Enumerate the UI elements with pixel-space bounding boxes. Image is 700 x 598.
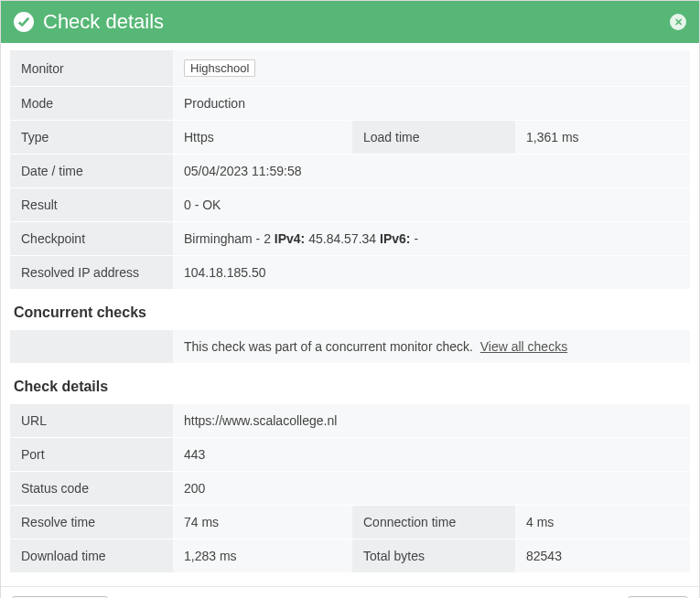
value-datetime: 05/04/2023 11:59:58 [173, 155, 690, 188]
label-bytes: Total bytes [352, 539, 515, 573]
value-checkpoint: Birmingham - 2 IPv4: 45.84.57.34 IPv6: - [173, 222, 690, 256]
view-all-checks-link[interactable]: View all checks [480, 339, 567, 354]
value-type: Https [173, 121, 352, 155]
row-checkpoint: Checkpoint Birmingham - 2 IPv4: 45.84.57… [10, 222, 690, 256]
details-heading: Check details [10, 371, 690, 404]
value-concurrent: This check was part of a concurrent moni… [173, 330, 690, 364]
close-icon[interactable]: ✕ [670, 14, 686, 30]
label-port: Port [10, 438, 173, 472]
label-type: Type [10, 121, 173, 155]
row-mode: Mode Production [10, 87, 690, 121]
row-download-bytes: Download time 1,283 ms Total bytes 82543 [10, 539, 690, 573]
ipv4-value: 45.84.57.34 [305, 231, 380, 246]
check-details-modal: Check details ✕ Monitor Highschool Mode … [0, 0, 700, 598]
label-datetime: Date / time [10, 155, 173, 188]
modal-header: Check details ✕ [1, 1, 699, 43]
value-url: https://www.scalacollege.nl [173, 404, 690, 438]
row-monitor: Monitor Highschool [10, 50, 690, 87]
row-url: URL https://www.scalacollege.nl [10, 404, 690, 438]
modal-title: Check details [43, 10, 164, 34]
row-status: Status code 200 [10, 472, 690, 506]
value-status: 200 [173, 472, 690, 506]
ipv4-label: IPv4: [275, 231, 305, 246]
label-download: Download time [10, 539, 173, 573]
details-grid: URL https://www.scalacollege.nl Port 443… [10, 404, 690, 573]
label-conn: Connection time [352, 506, 515, 539]
modal-header-left: Check details [14, 10, 164, 34]
success-check-icon [14, 12, 34, 32]
value-resolved: 104.18.185.50 [173, 256, 690, 290]
value-resolve: 74 ms [173, 506, 352, 539]
row-datetime: Date / time 05/04/2023 11:59:58 [10, 155, 690, 188]
checkpoint-prefix: Birmingham - 2 [184, 231, 275, 246]
row-port: Port 443 [10, 438, 690, 472]
value-port: 443 [173, 438, 690, 472]
label-mode: Mode [10, 87, 173, 121]
ipv6-value: - [411, 231, 419, 246]
value-result: 0 - OK [173, 188, 690, 222]
label-concurrent-empty [10, 330, 173, 364]
label-result: Result [10, 188, 173, 222]
label-loadtime: Load time [352, 121, 515, 155]
modal-body: Monitor Highschool Mode Production Type … [1, 43, 699, 586]
value-bytes: 82543 [515, 539, 690, 573]
label-status: Status code [10, 472, 173, 506]
value-monitor: Highschool [173, 50, 690, 87]
concurrent-heading: Concurrent checks [10, 297, 690, 330]
value-mode: Production [173, 87, 690, 121]
row-type: Type Https Load time 1,361 ms [10, 121, 690, 155]
label-url: URL [10, 404, 173, 438]
ipv6-label: IPv6: [380, 231, 410, 246]
value-download: 1,283 ms [173, 539, 352, 573]
row-concurrent: This check was part of a concurrent moni… [10, 330, 690, 364]
concurrent-grid: This check was part of a concurrent moni… [10, 330, 690, 364]
row-result: Result 0 - OK [10, 188, 690, 222]
label-monitor: Monitor [10, 50, 173, 87]
label-resolved: Resolved IP address [10, 256, 173, 290]
monitor-tag[interactable]: Highschool [184, 59, 255, 77]
value-loadtime: 1,361 ms [515, 121, 690, 155]
row-resolved: Resolved IP address 104.18.185.50 [10, 256, 690, 290]
modal-footer: Edit monitor Close [1, 586, 699, 598]
summary-grid: Monitor Highschool Mode Production Type … [10, 50, 690, 290]
label-resolve: Resolve time [10, 506, 173, 539]
value-conn: 4 ms [515, 506, 690, 539]
label-checkpoint: Checkpoint [10, 222, 173, 256]
row-resolve-conn: Resolve time 74 ms Connection time 4 ms [10, 506, 690, 539]
concurrent-text: This check was part of a concurrent moni… [184, 339, 480, 354]
